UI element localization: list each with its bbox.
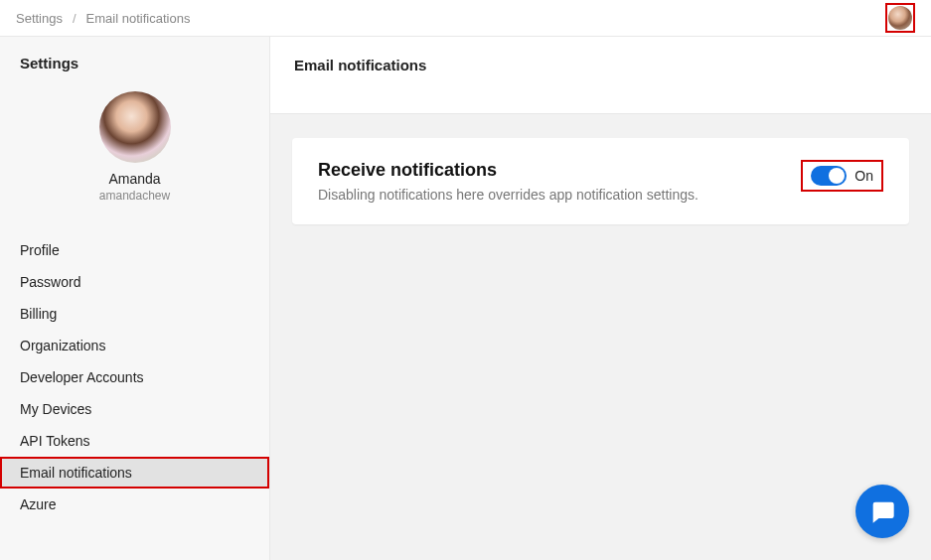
card-description: Disabling notifications here overrides a… xyxy=(318,187,801,203)
top-bar: Settings / Email notifications xyxy=(0,0,931,36)
profile-avatar-icon[interactable] xyxy=(99,91,171,163)
user-avatar-icon[interactable] xyxy=(888,6,912,30)
main-header: Email notifications xyxy=(270,37,931,114)
sidebar-item-profile[interactable]: Profile xyxy=(0,234,269,266)
sidebar-item-api-tokens[interactable]: API Tokens xyxy=(0,425,269,457)
chat-support-button[interactable] xyxy=(855,485,909,538)
card-text-block: Receive notifications Disabling notifica… xyxy=(318,160,801,203)
settings-sidebar: Settings Amanda amandachew Profile Passw… xyxy=(0,37,270,560)
sidebar-item-password[interactable]: Password xyxy=(0,266,269,298)
profile-name: Amanda xyxy=(108,171,160,187)
sidebar-item-azure[interactable]: Azure xyxy=(0,489,269,520)
main-panel: Email notifications Receive notification… xyxy=(270,37,931,560)
toggle-knob-icon xyxy=(829,168,845,184)
profile-block: Amanda amandachew xyxy=(0,83,269,220)
sidebar-nav-list: Profile Password Billing Organizations D… xyxy=(0,234,269,520)
card-title: Receive notifications xyxy=(318,160,801,181)
sidebar-item-organizations[interactable]: Organizations xyxy=(0,330,269,361)
breadcrumb-root-link[interactable]: Settings xyxy=(16,11,63,26)
receive-notifications-toggle[interactable] xyxy=(811,166,847,186)
sidebar-item-email-notifications[interactable]: Email notifications xyxy=(0,457,269,489)
sidebar-item-billing[interactable]: Billing xyxy=(0,298,269,330)
top-avatar-callout xyxy=(885,3,915,33)
sidebar-item-developer-accounts[interactable]: Developer Accounts xyxy=(0,361,269,393)
toggle-state-label: On xyxy=(854,168,873,184)
content-wrap: Settings Amanda amandachew Profile Passw… xyxy=(0,36,931,560)
toggle-callout: On xyxy=(801,160,883,192)
sidebar-item-my-devices[interactable]: My Devices xyxy=(0,393,269,425)
profile-username: amandachew xyxy=(99,189,170,203)
chat-icon xyxy=(868,497,896,525)
breadcrumb-separator: / xyxy=(73,11,77,26)
breadcrumb-current: Email notifications xyxy=(86,11,191,26)
breadcrumb: Settings / Email notifications xyxy=(16,11,190,26)
page-title: Email notifications xyxy=(294,57,907,73)
sidebar-heading: Settings xyxy=(0,37,269,83)
receive-notifications-card: Receive notifications Disabling notifica… xyxy=(292,138,909,224)
